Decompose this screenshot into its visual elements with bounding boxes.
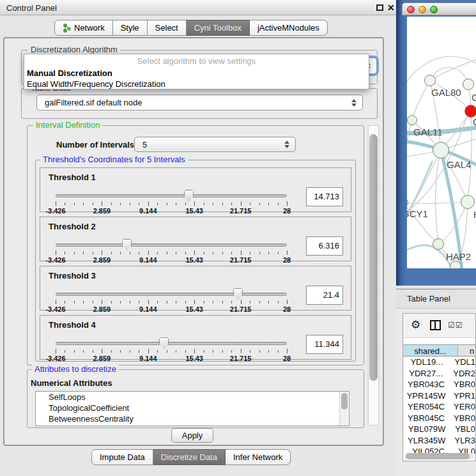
threshold-value-field[interactable]: 11.344 [306, 335, 343, 354]
network-node-label: HAP2 [446, 251, 471, 262]
tab-infer-network[interactable]: Infer Network [226, 449, 291, 465]
threshold-slider-thumb[interactable] [122, 239, 132, 250]
slider-track[interactable] [56, 243, 287, 247]
number-of-intervals-combo[interactable]: 5 [134, 137, 296, 152]
table-cell[interactable]: YBR0 [449, 379, 475, 390]
table-cell[interactable]: YDR27... [403, 368, 449, 380]
slider-tick-labels: -3.4262.8599.14415.4321.71528 [56, 207, 287, 215]
threshold-slider[interactable]: -3.4262.8599.14415.4321.71528 [56, 240, 287, 262]
slider-ticks [56, 201, 287, 206]
table-hscrollbar-thumb[interactable] [406, 453, 470, 459]
table-data-combo[interactable]: galFiltered.sif default node [36, 95, 363, 111]
network-node[interactable] [450, 261, 461, 268]
table-cell[interactable]: YBR043C [403, 379, 449, 390]
table-cell[interactable]: YBR045C [403, 413, 449, 424]
float-window-icon[interactable] [376, 4, 383, 11]
select-columns-icon[interactable]: ☑☑ [448, 321, 463, 330]
table-row[interactable]: YLR345WYLR3 [403, 435, 475, 447]
numerical-attribute-item[interactable]: SelfLoops [36, 392, 349, 403]
minimize-traffic-light-icon[interactable] [418, 6, 426, 13]
network-node-label: GAL4 [447, 159, 471, 170]
panel-scrollbar-thumb[interactable] [369, 134, 378, 381]
tick-label: 9.144 [139, 305, 157, 313]
apply-button[interactable]: Apply [171, 428, 213, 443]
table-cell[interactable]: YBR0 [449, 413, 475, 424]
slider-track[interactable] [56, 342, 287, 345]
table-cell[interactable]: YBL0 [450, 424, 475, 435]
table-row[interactable]: YBL079WYBL0 [403, 424, 475, 435]
threshold-slider-thumb[interactable] [159, 337, 169, 349]
algorithm-option-equal-width[interactable]: Equal Width/Frequency Discretization [24, 79, 369, 89]
threshold-slider-thumb[interactable] [233, 288, 243, 300]
slider-tick-labels: -3.4262.8599.14415.4321.71528 [56, 256, 287, 264]
table-row[interactable]: YER054CYER0 [403, 401, 475, 413]
threshold-slider[interactable]: -3.4262.8599.14415.4321.71528 [56, 191, 287, 213]
number-of-intervals-value: 5 [142, 137, 147, 153]
threshold-value-field[interactable]: 6.316 [306, 236, 343, 256]
table-cell[interactable]: YDR2 [449, 368, 475, 380]
table-cell[interactable]: YLR3 [450, 435, 475, 447]
table-cell[interactable]: YER054C [403, 401, 449, 413]
network-node[interactable] [407, 115, 417, 125]
tab-style[interactable]: Style [113, 20, 148, 36]
tick-label: 21.715 [230, 355, 252, 362]
threshold-slider[interactable]: -3.4262.8599.14415.4321.71528 [56, 289, 287, 311]
network-node[interactable] [433, 238, 444, 250]
table-cell[interactable]: YDL19... [403, 357, 450, 368]
algorithm-dropdown-popup: Select algorithm to view settings Manual… [24, 54, 369, 89]
table-row[interactable]: YDR27...YDR2 [403, 368, 475, 380]
table-cell[interactable]: YER0 [449, 401, 475, 413]
algorithm-option-manual[interactable]: Manual Discretization [24, 68, 369, 79]
tick-label: 15.43 [185, 305, 203, 313]
slider-track[interactable] [56, 293, 287, 296]
network-node[interactable] [463, 79, 474, 90]
network-node[interactable] [424, 75, 436, 86]
threshold-slider[interactable]: -3.4262.8599.14415.4321.71528 [56, 339, 287, 360]
slider-track[interactable] [56, 194, 287, 197]
control-panel-titlebar: Control Panel ✕ [0, 0, 396, 15]
threshold-value-field[interactable]: 21.4 [306, 286, 343, 305]
attributes-scrollbar-track[interactable] [339, 392, 348, 426]
window-title: Control Panel [6, 3, 57, 13]
column-header-shared-name[interactable]: shared... [403, 344, 458, 357]
close-icon[interactable]: ✕ [387, 3, 395, 13]
tab-network[interactable]: Network [54, 20, 113, 36]
cyni-mode-tab-bar: Impute Data Discretize Data Infer Networ… [91, 449, 291, 465]
network-node[interactable] [461, 195, 475, 209]
gear-icon[interactable]: ⚙ [411, 319, 420, 332]
column-layout-icon[interactable] [430, 320, 441, 330]
threshold-slider-thumb[interactable] [184, 190, 194, 201]
numerical-attributes-list[interactable]: SelfLoopsTopologicalCoefficientBetweenne… [35, 391, 349, 426]
tab-impute-data[interactable]: Impute Data [91, 449, 153, 465]
tab-discretize-data[interactable]: Discretize Data [153, 449, 226, 465]
column-header-name[interactable]: n [458, 344, 475, 357]
table-cell[interactable]: YPR1 [449, 390, 475, 402]
tab-select[interactable]: Select [148, 20, 187, 36]
combo-arrows-icon [351, 99, 357, 107]
network-node[interactable] [464, 105, 476, 118]
numerical-attribute-item[interactable]: TopologicalCoefficient [36, 403, 349, 413]
close-traffic-light-icon[interactable] [407, 6, 415, 13]
network-node-label: GA [472, 92, 476, 103]
network-canvas[interactable]: GAL80GACGAL11GAL4HGCY1HAP2 [407, 17, 476, 268]
tick-label: 15.43 [185, 207, 203, 215]
table-cell[interactable]: YPR145W [403, 390, 449, 402]
table-row[interactable]: YPR145WYPR1 [403, 390, 475, 402]
tab-cyni-toolbox[interactable]: Cyni Toolbox [187, 20, 250, 36]
zoom-traffic-light-icon[interactable] [430, 6, 438, 13]
table-row[interactable]: YBR043CYBR0 [403, 379, 475, 390]
table-row[interactable]: YBR045CYBR0 [403, 413, 475, 424]
node-table-card: ⚙ ☑☑ shared... n YDL19...YDL1YDR27...YDR… [403, 313, 476, 461]
table-hscrollbar-track[interactable] [404, 453, 474, 459]
tab-jactivemnodules[interactable]: jActiveMNodules [250, 20, 328, 36]
table-cell[interactable]: YDL1 [450, 357, 475, 368]
table-row[interactable]: YDL19...YDL1 [403, 357, 475, 368]
numerical-attribute-item[interactable]: BetweennessCentrality [36, 413, 349, 424]
threshold-panel: Threshold 1-3.4262.8599.14415.4321.71528… [40, 167, 351, 212]
tick-label: -3.426 [45, 207, 65, 215]
network-node[interactable] [433, 142, 449, 158]
threshold-value-field[interactable]: 14.713 [306, 187, 343, 206]
table-cell[interactable]: YLR345W [403, 435, 450, 447]
table-cell[interactable]: YBL079W [403, 424, 450, 435]
attributes-scrollbar-thumb[interactable] [341, 393, 348, 410]
